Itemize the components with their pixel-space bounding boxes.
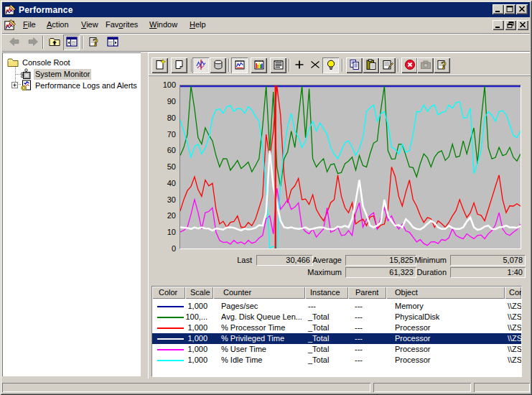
- minimize-button[interactable]: [493, 4, 504, 14]
- menu-accelerator: H: [190, 20, 195, 29]
- close-button[interactable]: [516, 4, 528, 14]
- legend-column-scale[interactable]: Scale: [185, 287, 213, 299]
- legend-cell-counter: Avg. Disk Queue Len...: [213, 312, 305, 322]
- menu-action[interactable]: Action: [47, 17, 69, 32]
- highlight-button[interactable]: [322, 57, 339, 73]
- legend-row--processor-time[interactable]: 1,000% Processor Time_Total---Processor\…: [152, 322, 521, 333]
- legend-column-parent[interactable]: Parent: [348, 287, 386, 299]
- menu-help[interactable]: Help: [190, 17, 206, 32]
- folder-icon: [7, 57, 19, 68]
- legend-color-swatch: [157, 327, 184, 329]
- clear-display-icon: [174, 59, 185, 72]
- legend-cell-counter: % User Time: [213, 344, 305, 355]
- main-toolbar: ?: [2, 34, 530, 51]
- menu-bar: FileActionViewFavoritesWindowHelp: [2, 17, 530, 33]
- freeze-icon: [404, 59, 416, 72]
- legend-cell-scale: 1,000: [185, 333, 213, 344]
- system-monitor-icon: [20, 68, 32, 80]
- legend-color-swatch: [157, 349, 184, 350]
- forward-button: [24, 34, 41, 50]
- properties-button[interactable]: [379, 57, 396, 73]
- histogram-icon: [253, 59, 265, 72]
- y-tick-40: 40: [153, 179, 176, 187]
- mdi-close-button[interactable]: [517, 20, 528, 30]
- legend-row-pages-sec[interactable]: 1,000Pages/sec------Memory\\ZS: [152, 301, 521, 312]
- legend-row--idle-time[interactable]: 1,000% Idle Time_Total---Processor\\ZS: [152, 355, 521, 366]
- show-action-pane-button[interactable]: [104, 34, 121, 50]
- chart-plot-area[interactable]: [179, 85, 521, 249]
- show-hide-console-tree-button[interactable]: [63, 34, 80, 50]
- legend-cell-instance: _Total: [305, 344, 348, 355]
- paste-counter-list-button[interactable]: [363, 57, 379, 73]
- maximize-button[interactable]: [504, 4, 515, 14]
- legend-cell-parent: ---: [348, 344, 386, 355]
- toolbar-separator: [228, 59, 230, 72]
- legend-column-instance[interactable]: Instance: [305, 287, 348, 299]
- view-current-activity-button[interactable]: [192, 57, 209, 73]
- stat-label-duration: Duration: [389, 267, 447, 278]
- tree-item-console-root[interactable]: Console Root: [7, 57, 72, 68]
- legend-cell-object: Processor: [386, 344, 505, 355]
- toolbar-separator: [82, 36, 83, 49]
- view-log-file-data-button[interactable]: [210, 57, 226, 73]
- legend-cell-instance: _Total: [305, 333, 348, 344]
- legend-row-avg-disk-queue-len-[interactable]: 100,...Avg. Disk Queue Len..._Total---Ph…: [152, 312, 521, 322]
- legend-cell-computer: \\ZS: [505, 355, 521, 366]
- mdi-restore-button[interactable]: [505, 20, 516, 30]
- view-report-button[interactable]: [270, 57, 286, 73]
- clear-display-button[interactable]: [171, 57, 187, 73]
- counter-legend[interactable]: ColorScaleCounterInstanceParentObjectCon…: [151, 286, 522, 377]
- up-one-level-button[interactable]: [46, 34, 62, 50]
- menu-view[interactable]: View: [81, 17, 98, 32]
- legend-cell-parent: ---: [348, 301, 386, 312]
- tree-expander-plus-icon[interactable]: [11, 82, 18, 88]
- view-histogram-button[interactable]: [251, 57, 267, 73]
- new-counter-set-button[interactable]: [151, 57, 168, 73]
- mdi-minimize-button[interactable]: [493, 20, 504, 30]
- view-graph-button[interactable]: [231, 57, 248, 73]
- legend-column-con[interactable]: Con: [505, 287, 521, 299]
- menu-accelerator: W: [149, 20, 157, 29]
- menu-file[interactable]: File: [23, 17, 36, 32]
- legend-cell-instance: _Total: [305, 322, 348, 333]
- series--idle-time: [180, 102, 521, 248]
- toolbar-ridge: [149, 75, 531, 76]
- title-bar[interactable]: Performance: [2, 2, 530, 17]
- legend-cell-object: Processor: [386, 355, 505, 366]
- svg-text:?: ?: [441, 60, 446, 71]
- legend-header: ColorScaleCounterInstanceParentObjectCon: [152, 287, 521, 299]
- menu-window[interactable]: Window: [149, 17, 177, 32]
- forward-arrow-icon: [27, 36, 39, 49]
- perfmon-icon[interactable]: [4, 19, 16, 31]
- copy-properties-button[interactable]: [346, 57, 363, 73]
- status-panel-2: [373, 383, 471, 392]
- back-arrow-icon: [9, 36, 20, 49]
- current-activity-icon: [195, 59, 207, 72]
- report-icon: [273, 59, 284, 72]
- legend-row--user-time[interactable]: 1,000% User Time_Total---Processor\\ZS: [152, 344, 521, 355]
- legend-cell-computer: \\ZS: [505, 301, 521, 312]
- legend-column-color[interactable]: Color: [152, 287, 185, 299]
- tree-item-system-monitor[interactable]: System Monitor: [20, 68, 91, 80]
- help-button[interactable]: ?: [85, 34, 102, 50]
- stat-label-last: Last: [195, 255, 252, 266]
- legend-cell-object: Processor: [386, 322, 505, 333]
- legend-row--privileged-time[interactable]: 1,000% Privileged Time_Total---Processor…: [152, 333, 521, 344]
- tree-item-performance-logs-and-alerts[interactable]: Performance Logs and Alerts: [20, 80, 139, 91]
- legend-column-object[interactable]: Object: [386, 287, 505, 299]
- legend-cell-counter: Pages/sec: [213, 301, 305, 312]
- toolbar-separator: [398, 59, 399, 72]
- minimize-icon: [495, 5, 502, 14]
- delete-counter-button[interactable]: [307, 57, 323, 73]
- freeze-display-button[interactable]: [401, 57, 418, 73]
- paste-icon: [365, 59, 377, 72]
- menu-favorites[interactable]: Favorites: [106, 17, 138, 32]
- window-title: Performance: [19, 5, 73, 15]
- perf-logs-icon: [20, 80, 32, 91]
- legend-cell-computer: \\ZS: [505, 322, 521, 333]
- help-button[interactable]: ?: [434, 57, 450, 73]
- add-counters-button[interactable]: [291, 57, 307, 73]
- y-tick-30: 30: [153, 195, 176, 204]
- legend-column-counter[interactable]: Counter: [213, 287, 305, 299]
- stat-value-duration: 1:40: [450, 267, 526, 278]
